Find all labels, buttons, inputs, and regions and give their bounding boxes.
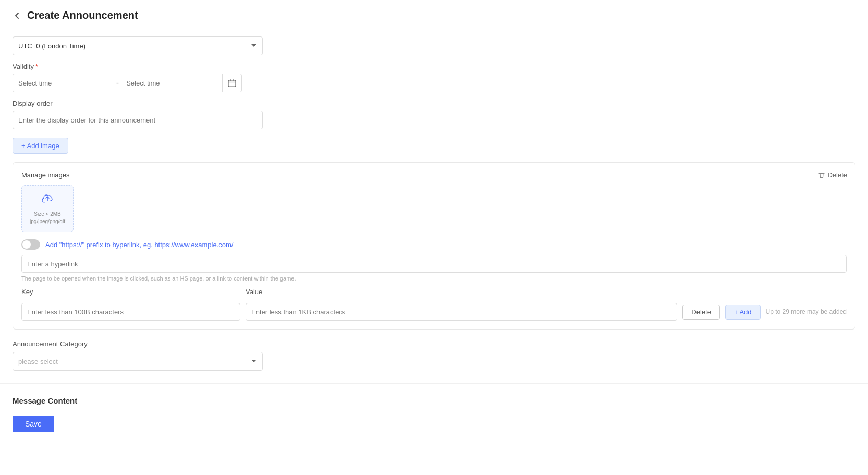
validity-dash: -: [114, 78, 121, 88]
validity-label: Validity *: [13, 63, 855, 70]
kv-hint: Up to 29 more may be added: [766, 308, 847, 315]
message-content-section: Message Content: [0, 383, 868, 405]
kv-delete-button[interactable]: Delete: [682, 305, 720, 320]
category-section: Announcement Category please select: [0, 330, 868, 371]
timezone-select[interactable]: UTC+0 (London Time): [13, 36, 263, 55]
message-content-title: Message Content: [13, 396, 855, 405]
required-star: *: [35, 63, 38, 70]
validity-container: -: [13, 74, 242, 92]
toggle-label: Add "https://" prefix to hyperlink, eg. …: [45, 241, 233, 249]
kv-value-input[interactable]: [246, 303, 677, 321]
manage-images-section: Manage images Delete Size < 2MB jpg/jpeg…: [13, 162, 855, 330]
category-label: Announcement Category: [13, 340, 855, 348]
hyperlink-hint: The page to be opened when the image is …: [21, 275, 847, 282]
hyperlink-input[interactable]: [21, 255, 847, 273]
upload-size-text: Size < 2MB jpg/jpeg/png/gif: [30, 211, 65, 225]
upload-icon: [41, 192, 54, 209]
svg-rect-0: [228, 80, 236, 87]
category-select[interactable]: please select: [13, 352, 263, 371]
page-title: Create Announcement: [27, 9, 138, 21]
display-order-input[interactable]: [13, 111, 263, 129]
kv-row: Delete + Add Up to 29 more may be added: [21, 303, 847, 321]
validity-start-input[interactable]: [13, 74, 114, 92]
page-header: Create Announcement: [0, 0, 868, 29]
manage-images-delete-button[interactable]: Delete: [818, 171, 847, 179]
toggle-row: Add "https://" prefix to hyperlink, eg. …: [21, 239, 847, 250]
kv-labels: Key Value: [21, 288, 847, 296]
kv-value-label: Value: [246, 288, 847, 296]
https-toggle[interactable]: [21, 239, 40, 250]
display-order-group: Display order: [0, 92, 868, 129]
manage-images-title: Manage images: [21, 171, 70, 179]
manage-images-header: Manage images Delete: [21, 171, 847, 179]
kv-add-button[interactable]: + Add: [725, 305, 761, 320]
back-button[interactable]: [13, 11, 22, 20]
display-order-label: Display order: [13, 100, 855, 107]
page-wrapper: Create Announcement UTC+0 (London Time) …: [0, 0, 868, 475]
validity-group: Validity * -: [0, 55, 868, 92]
validity-end-input[interactable]: [121, 74, 222, 92]
add-image-button[interactable]: + Add image: [13, 138, 68, 154]
upload-box[interactable]: Size < 2MB jpg/jpeg/png/gif: [21, 185, 74, 232]
kv-key-input[interactable]: [21, 303, 240, 321]
footer: Save: [0, 405, 868, 443]
kv-key-label: Key: [21, 288, 240, 296]
calendar-button[interactable]: [222, 74, 241, 92]
save-button[interactable]: Save: [13, 416, 54, 432]
timezone-row: UTC+0 (London Time): [0, 29, 868, 55]
